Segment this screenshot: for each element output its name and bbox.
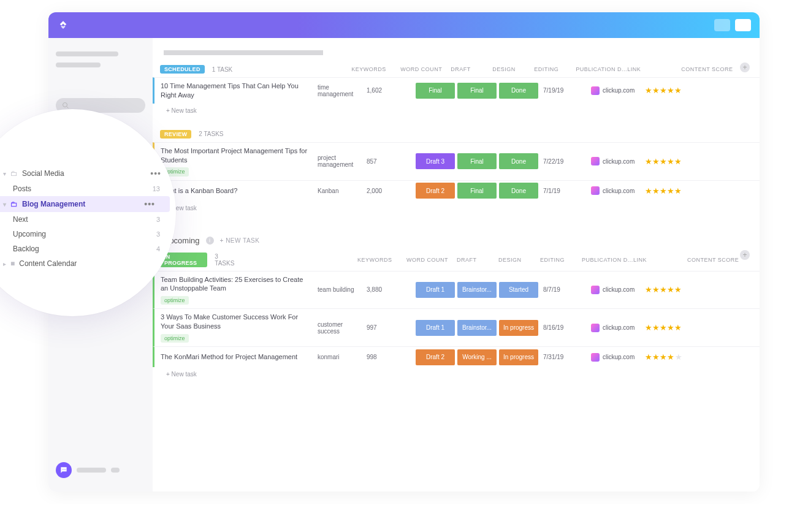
clickup-link-icon — [591, 157, 600, 165]
cell-stars[interactable]: ★★★★★ — [645, 186, 706, 196]
cell-editing[interactable]: Started — [499, 282, 538, 298]
sidebar-item-social-media[interactable]: ▾ 🗀 Social Media ••• — [0, 165, 176, 181]
sidebar-item-label: Social Media — [22, 169, 64, 178]
cell-draft[interactable]: Draft 1 — [416, 282, 455, 298]
col-keywords: KEYWORDS — [351, 66, 400, 72]
col-design: DESIGN — [498, 257, 540, 263]
task-title[interactable]: Team Building Activities: 25 Exercises t… — [154, 272, 315, 309]
cell-date[interactable]: 8/16/19 — [539, 324, 591, 331]
cell-editing[interactable]: Done — [499, 183, 538, 199]
col-content-score: CONTENT SCORE — [681, 66, 742, 72]
cell-wordcount: 857 — [364, 158, 414, 165]
cell-design[interactable]: Brainstor... — [457, 282, 497, 298]
tag-optimize[interactable]: optimize — [161, 334, 189, 343]
cell-editing[interactable]: In progress — [499, 349, 538, 365]
task-row[interactable]: The KonMari Method for Project Managemen… — [153, 346, 760, 367]
task-row[interactable]: What is a Kanban Board? Kanban 2,000 Dra… — [153, 180, 760, 201]
item-count: 4 — [156, 245, 164, 253]
cell-design[interactable]: Final — [457, 183, 497, 199]
cell-design[interactable]: Final — [457, 83, 497, 99]
task-count: 1 TASK — [212, 66, 233, 73]
status-pill-scheduled[interactable]: SCHEDULED — [160, 65, 205, 74]
more-icon[interactable]: ••• — [150, 169, 164, 178]
cell-draft[interactable]: Draft 2 — [416, 349, 455, 365]
sidebar-item-content-calendar[interactable]: ▸ ■ Content Calendar — [0, 256, 176, 271]
task-title[interactable]: What is a Kanban Board? — [154, 183, 315, 199]
task-title[interactable]: 10 Time Management Tips That Can Help Yo… — [154, 78, 315, 104]
add-column-icon[interactable]: + — [740, 63, 750, 72]
cell-draft[interactable]: Final — [416, 83, 455, 99]
app-frame: + SCHEDULED 1 TASK KEYWORDS WORD COUNT D… — [48, 12, 760, 492]
cell-stars[interactable]: ★★★★★ — [645, 157, 706, 166]
cell-editing[interactable]: In progress — [499, 320, 538, 336]
info-icon[interactable]: i — [206, 237, 214, 245]
cell-stars[interactable]: ★★★★★ — [645, 86, 706, 95]
header-button-2[interactable] — [735, 19, 751, 31]
cell-draft[interactable]: Draft 2 — [416, 183, 455, 199]
svg-line-1 — [67, 107, 69, 108]
task-count: 3 TASKS — [215, 253, 238, 267]
cell-date[interactable]: 7/19/19 — [539, 87, 591, 94]
svg-point-4 — [65, 469, 66, 469]
sidebar-item-label: Backlog — [13, 245, 39, 253]
cell-date[interactable]: 7/31/19 — [539, 354, 591, 360]
footer-placeholder — [111, 468, 120, 473]
sidebar-item-backlog[interactable]: Backlog 4 — [0, 241, 176, 256]
chevron-down-icon: ▾ — [3, 201, 6, 208]
clickup-link-icon — [591, 353, 600, 362]
cell-editing[interactable]: Done — [499, 153, 538, 169]
cell-link[interactable]: clickup.com — [591, 157, 645, 165]
cell-editing[interactable]: Done — [499, 83, 538, 99]
main-content: + SCHEDULED 1 TASK KEYWORDS WORD COUNT D… — [153, 38, 760, 492]
cell-design[interactable]: Brainstor... — [457, 320, 497, 336]
cell-date[interactable]: 7/1/19 — [539, 188, 591, 194]
section-inprogress: + IN PROGRESS 3 TASKS KEYWORDS WORD COUN… — [153, 251, 760, 381]
cell-link[interactable]: clickup.com — [591, 324, 645, 332]
status-pill-review[interactable]: REVIEW — [160, 130, 191, 139]
task-row[interactable]: 10 Time Management Tips That Can Help Yo… — [153, 77, 760, 104]
cell-design[interactable]: Final — [457, 153, 497, 169]
sidebar-item-blog-management[interactable]: ▾ 🗀 Blog Management ••• — [0, 196, 170, 212]
task-title[interactable]: The Most Important Project Management Ti… — [154, 143, 315, 180]
list-section-header: Upcoming i + NEW TASK — [153, 226, 760, 251]
folder-icon: 🗀 — [10, 169, 18, 178]
cell-design[interactable]: Working ... — [457, 349, 497, 365]
chevron-down-icon: ▾ — [3, 170, 6, 177]
header-button-1[interactable] — [714, 19, 730, 31]
tag-optimize[interactable]: optimize — [161, 296, 189, 305]
cell-stars[interactable]: ★★★★★ — [645, 285, 706, 294]
cell-link[interactable]: clickup.com — [591, 186, 645, 195]
new-task-button[interactable]: + New task — [153, 201, 760, 214]
task-title[interactable]: The KonMari Method for Project Managemen… — [154, 349, 315, 365]
task-row[interactable]: The Most Important Project Management Ti… — [153, 142, 760, 180]
cell-date[interactable]: 8/7/19 — [539, 286, 591, 293]
cell-draft[interactable]: Draft 1 — [416, 320, 455, 336]
cell-stars[interactable]: ★★★★★ — [645, 323, 706, 332]
sidebar-item-posts[interactable]: Posts 13 — [0, 181, 176, 196]
new-task-button[interactable]: + New task — [153, 104, 760, 116]
add-column-icon[interactable]: + — [740, 250, 750, 260]
new-task-button[interactable]: + New task — [153, 367, 760, 380]
sidebar-item-label: Content Calendar — [19, 259, 77, 268]
cell-keywords: team building — [315, 286, 364, 293]
task-title[interactable]: 3 Ways To Make Customer Success Work For… — [154, 309, 315, 346]
task-row[interactable]: Team Building Activities: 25 Exercises t… — [153, 271, 760, 309]
cell-date[interactable]: 7/22/19 — [539, 158, 591, 165]
chat-icon[interactable] — [56, 462, 72, 478]
cell-link[interactable]: clickup.com — [591, 353, 645, 362]
sidebar-item-upcoming[interactable]: Upcoming 3 — [0, 227, 176, 241]
more-icon[interactable]: ••• — [144, 199, 158, 209]
section-new-task[interactable]: + NEW TASK — [220, 237, 260, 244]
task-row[interactable]: 3 Ways To Make Customer Success Work For… — [153, 308, 760, 346]
cell-link[interactable]: clickup.com — [591, 86, 645, 95]
sidebar-item-next[interactable]: Next 3 — [0, 212, 176, 227]
item-count: 3 — [156, 230, 164, 238]
main-header-placeholder — [153, 50, 760, 64]
clickup-link-icon — [591, 186, 600, 195]
cell-wordcount: 2,000 — [364, 188, 414, 194]
cell-link[interactable]: clickup.com — [591, 286, 645, 294]
chevron-right-icon: ▸ — [3, 260, 6, 267]
footer-placeholder — [77, 468, 106, 473]
cell-stars[interactable]: ★★★★★ — [645, 352, 706, 362]
cell-draft[interactable]: Draft 3 — [416, 153, 455, 169]
